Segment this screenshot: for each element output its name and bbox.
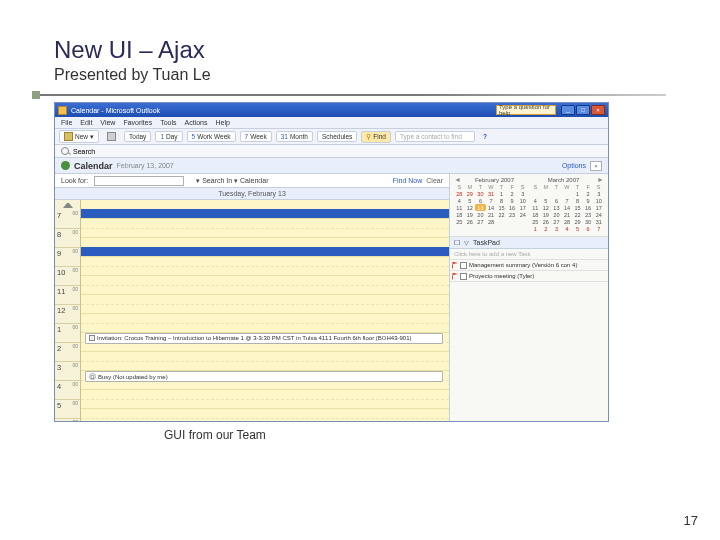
checkbox-icon[interactable] (460, 273, 467, 280)
recurring-icon: O (89, 373, 96, 380)
workweek-button[interactable]: 5 Work Week (187, 131, 236, 142)
event-invitation[interactable]: Invitation: Crocos Training – Introducti… (85, 333, 443, 344)
titlebar: Calendar - Microsoft Outlook Type a ques… (55, 103, 608, 117)
horizontal-rule (36, 94, 666, 96)
search-input[interactable] (73, 148, 153, 155)
maximize-button[interactable]: □ (576, 105, 590, 115)
new-button[interactable]: New ▾ (59, 130, 99, 143)
hour-9: 900 (55, 248, 80, 267)
menu-favorites[interactable]: Favorites (123, 119, 152, 126)
minical-mar[interactable]: March 2007► SMTWTFS 123 45678910 1112131… (530, 176, 604, 232)
look-for-label: Look for: (61, 177, 88, 184)
menu-bar: File Edit View Favorites Tools Actions H… (55, 117, 608, 129)
app-icon (58, 106, 67, 115)
taskpad-complete-col[interactable]: ☐ (454, 239, 460, 247)
day-button[interactable]: 1 Day (155, 131, 182, 142)
slide-title: New UI – Ajax (54, 36, 666, 64)
options-link[interactable]: Options (562, 162, 586, 169)
close-button[interactable]: × (591, 105, 605, 115)
busy-block-mid (81, 247, 449, 256)
clear-link[interactable]: Clear (426, 177, 443, 184)
minimize-button[interactable]: _ (561, 105, 575, 115)
flag-icon (452, 262, 458, 269)
hour-2: 200 (55, 343, 80, 362)
taskpad-heading: TaskPad (473, 239, 500, 246)
page-number: 17 (684, 513, 698, 528)
flag-icon (452, 273, 458, 280)
menu-edit[interactable]: Edit (80, 119, 92, 126)
close-pane-button[interactable]: × (590, 161, 602, 171)
new-icon (64, 132, 73, 141)
help-search-box[interactable]: Type a question for help (496, 105, 556, 115)
calendar-circle-icon (61, 161, 70, 170)
find-now-link[interactable]: Find Now (393, 177, 423, 184)
menu-help[interactable]: Help (216, 119, 230, 126)
task-row[interactable]: Proyecto meeting (Tyler) (450, 271, 608, 282)
print-icon (107, 132, 116, 141)
checkbox-icon[interactable] (460, 262, 467, 269)
window-title: Calendar - Microsoft Outlook (71, 107, 160, 114)
search-row (55, 145, 608, 158)
help-icon-button[interactable]: ? (479, 132, 491, 141)
find-bar: Look for: ▾ Search In ▾ Calendar Find No… (55, 174, 449, 188)
outlook-window: Calendar - Microsoft Outlook Type a ques… (54, 102, 609, 422)
time-grid[interactable]: Invitation: Crocos Training – Introducti… (81, 200, 449, 421)
prev-month-icon[interactable]: ◄ (454, 176, 461, 183)
menu-view[interactable]: View (100, 119, 115, 126)
task-row[interactable]: Management summary (Versión 6 con 4) (450, 260, 608, 271)
hour-1: 100 (55, 324, 80, 343)
day-header: Tuesday, February 13 (55, 188, 449, 200)
today-button[interactable]: Today (124, 131, 151, 142)
mini-calendars: ◄February 2007 SMTWTFS 28293031123 45678… (450, 174, 608, 237)
menu-tools[interactable]: Tools (160, 119, 176, 126)
hour-4: 400 (55, 381, 80, 400)
slide-subtitle: Presented by Tuan Le (54, 66, 666, 84)
hour-column: 700 800 900 1000 1100 1200 100 200 300 4… (55, 200, 81, 421)
hour-11: 1100 (55, 286, 80, 305)
menu-file[interactable]: File (61, 119, 72, 126)
hour-3: 300 (55, 362, 80, 381)
slide-caption: GUI from our Team (164, 428, 666, 442)
search-in-label: Search In (202, 177, 232, 184)
hour-10: 1000 (55, 267, 80, 286)
week-button[interactable]: 7 Week (240, 131, 272, 142)
calendar-heading: Calendar (74, 161, 113, 171)
calendar-date-long: February 13, 2007 (117, 162, 174, 169)
checkbox-icon (89, 335, 95, 341)
side-panel: ◄February 2007 SMTWTFS 28293031123 45678… (450, 174, 608, 421)
month-button[interactable]: 31 Month (276, 131, 313, 142)
next-month-icon[interactable]: ► (597, 176, 604, 183)
taskpad: ☐ ▽ TaskPad Click here to add a new Task… (450, 237, 608, 421)
event-busy[interactable]: OBusy (Not updated by me) (85, 371, 443, 382)
busy-block-early (81, 209, 449, 218)
taskpad-sort-icon[interactable]: ▽ (464, 239, 469, 246)
hour-12: 1200 (55, 305, 80, 324)
hour-8: 800 (55, 229, 80, 248)
look-for-input[interactable] (94, 176, 184, 186)
hour-5: 500 (55, 400, 80, 419)
print-button[interactable] (103, 131, 120, 142)
hour-7: 700 (55, 210, 80, 229)
taskpad-new-row[interactable]: Click here to add a new Task (450, 249, 608, 260)
hour-6: 600 (55, 419, 80, 421)
minical-feb[interactable]: ◄February 2007 SMTWTFS 28293031123 45678… (454, 176, 528, 232)
calendar-header: Calendar February 13, 2007 Options × (55, 158, 608, 174)
schedules-button[interactable]: Schedules (317, 131, 357, 142)
contact-search[interactable]: Type a contact to find (395, 131, 475, 142)
day-view: Look for: ▾ Search In ▾ Calendar Find No… (55, 174, 450, 421)
find-button[interactable]: ⚲ Find (361, 131, 391, 143)
scroll-up-icon[interactable] (63, 202, 73, 208)
main-toolbar: New ▾ Today 1 Day 5 Work Week 7 Week 31 … (55, 129, 608, 145)
menu-actions[interactable]: Actions (185, 119, 208, 126)
search-icon (61, 147, 69, 155)
